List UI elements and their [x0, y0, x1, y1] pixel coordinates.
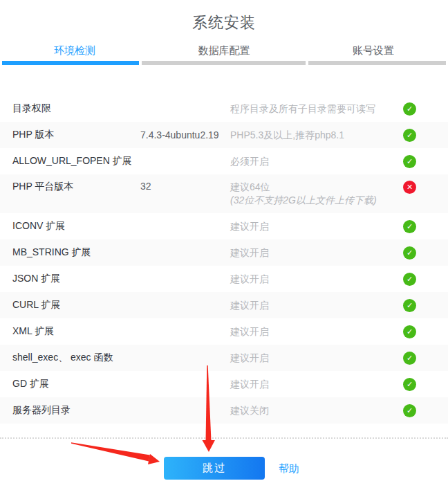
- requirement-text: 必须开启: [230, 155, 403, 168]
- check-fail-icon: ✕: [403, 181, 416, 194]
- requirement-note: (32位不支持2G以上文件上传下载): [230, 194, 403, 207]
- check-item-label: ICONV 扩展: [0, 220, 140, 233]
- check-ok-icon: ✓: [403, 378, 416, 391]
- check-ok-icon: ✓: [403, 273, 416, 286]
- check-item-status: ✓: [403, 102, 448, 116]
- check-item-label: XML 扩展: [0, 325, 140, 338]
- check-row: XML 扩展 建议开启 ✓: [0, 318, 448, 345]
- check-item-label: GD 扩展: [0, 378, 140, 390]
- system-install-page: 系统安装 环境检测 数据库配置 账号设置 目录权限 程序目录及所有子目录需要可读…: [0, 0, 448, 490]
- check-item-status: ✓: [403, 246, 448, 260]
- footer-divider: [0, 437, 448, 439]
- check-item-label: ALLOW_URL_FOPEN 扩展: [0, 155, 140, 167]
- progress-segment-3: [308, 61, 446, 65]
- requirement-text: 建议开启: [230, 246, 403, 260]
- check-row: CURL 扩展 建议开启 ✓: [0, 292, 448, 318]
- check-item-status: ✓: [403, 404, 448, 417]
- check-ok-icon: ✓: [403, 220, 416, 233]
- requirement-text: 建议开启: [230, 299, 403, 312]
- requirement-text: PHP5.3及以上,推荐php8.1: [230, 129, 403, 142]
- check-ok-icon: ✓: [403, 102, 416, 116]
- requirement-text: 建议开启: [230, 378, 403, 391]
- check-item-label: PHP 平台版本: [0, 181, 140, 193]
- check-ok-icon: ✓: [403, 325, 416, 338]
- arrow-diagonal-to-skip-button: [71, 442, 160, 464]
- check-item-value: 7.4.3-4ubuntu2.19: [140, 129, 230, 140]
- check-row: shell_exec、 exec 函数 建议开启 ✓: [0, 345, 448, 371]
- tab-bar: 环境检测 数据库配置 账号设置: [0, 42, 448, 60]
- check-item-value: 32: [140, 181, 230, 192]
- check-row: 服务器列目录 建议关闭 ✓: [0, 397, 448, 424]
- check-ok-icon: ✓: [403, 299, 416, 312]
- check-item-label: JSON 扩展: [0, 273, 140, 285]
- check-item-requirement: PHP5.3及以上,推荐php8.1: [230, 129, 403, 142]
- check-ok-icon: ✓: [403, 129, 416, 142]
- check-item-label: shell_exec、 exec 函数: [0, 352, 140, 364]
- check-item-status: ✓: [403, 129, 448, 142]
- requirement-text: 建议开启: [230, 325, 403, 338]
- check-row: ALLOW_URL_FOPEN 扩展 必须开启 ✓: [0, 148, 448, 174]
- check-item-label: PHP 版本: [0, 129, 140, 141]
- check-item-status: ✓: [403, 273, 448, 286]
- tab-environment-check[interactable]: 环境检测: [0, 42, 149, 60]
- check-item-label: 服务器列目录: [0, 404, 140, 417]
- requirement-text: 建议关闭: [230, 404, 403, 417]
- check-item-requirement: 建议开启: [230, 246, 403, 260]
- check-row: PHP 平台版本 32 建议64位 (32位不支持2G以上文件上传下载) ✕: [0, 174, 448, 213]
- check-row: 目录权限 程序目录及所有子目录需要可读写 ✓: [0, 96, 448, 122]
- check-item-requirement: 建议开启: [230, 220, 403, 233]
- env-check-table: 目录权限 程序目录及所有子目录需要可读写 ✓ PHP 版本 7.4.3-4ubu…: [0, 96, 448, 424]
- check-item-status: ✓: [403, 352, 448, 365]
- check-item-status: ✓: [403, 155, 448, 168]
- tab-account-settings[interactable]: 账号设置: [299, 42, 448, 60]
- requirement-text: 建议开启: [230, 273, 403, 286]
- progress-segment-active: [2, 61, 139, 65]
- step-progress-bar: [0, 61, 448, 65]
- check-item-status: ✓: [403, 220, 448, 233]
- check-item-status: ✓: [403, 299, 448, 312]
- check-item-status: ✕: [403, 181, 448, 194]
- page-title: 系统安装: [0, 0, 448, 35]
- check-row: JSON 扩展 建议开启 ✓: [0, 266, 448, 292]
- check-ok-icon: ✓: [403, 404, 416, 417]
- help-link[interactable]: 帮助: [279, 462, 299, 475]
- check-row: GD 扩展 建议开启 ✓: [0, 371, 448, 397]
- check-row: ICONV 扩展 建议开启 ✓: [0, 213, 448, 239]
- check-item-requirement: 必须开启: [230, 155, 403, 168]
- check-ok-icon: ✓: [403, 352, 416, 365]
- check-item-requirement: 建议开启: [230, 273, 403, 286]
- skip-button[interactable]: 跳过: [164, 457, 265, 480]
- requirement-text: 建议开启: [230, 352, 403, 365]
- tab-database-config[interactable]: 数据库配置: [149, 42, 299, 60]
- progress-segment-2: [142, 61, 306, 65]
- check-item-requirement: 建议64位 (32位不支持2G以上文件上传下载): [230, 181, 403, 207]
- requirement-text: 建议开启: [230, 220, 403, 233]
- check-ok-icon: ✓: [403, 246, 416, 260]
- check-item-requirement: 程序目录及所有子目录需要可读写: [230, 102, 403, 116]
- check-item-status: ✓: [403, 325, 448, 338]
- check-row: PHP 版本 7.4.3-4ubuntu2.19 PHP5.3及以上,推荐php…: [0, 122, 448, 148]
- check-item-label: 目录权限: [0, 102, 140, 115]
- requirement-text: 程序目录及所有子目录需要可读写: [230, 102, 403, 116]
- check-item-requirement: 建议开启: [230, 352, 403, 365]
- check-item-requirement: 建议开启: [230, 325, 403, 338]
- check-ok-icon: ✓: [403, 155, 416, 168]
- check-item-label: MB_STRING 扩展: [0, 246, 140, 259]
- check-item-status: ✓: [403, 378, 448, 391]
- requirement-text: 建议64位: [230, 181, 403, 194]
- check-item-requirement: 建议关闭: [230, 404, 403, 417]
- check-row: MB_STRING 扩展 建议开启 ✓: [0, 239, 448, 266]
- check-item-label: CURL 扩展: [0, 299, 140, 311]
- check-item-requirement: 建议开启: [230, 299, 403, 312]
- check-item-requirement: 建议开启: [230, 378, 403, 391]
